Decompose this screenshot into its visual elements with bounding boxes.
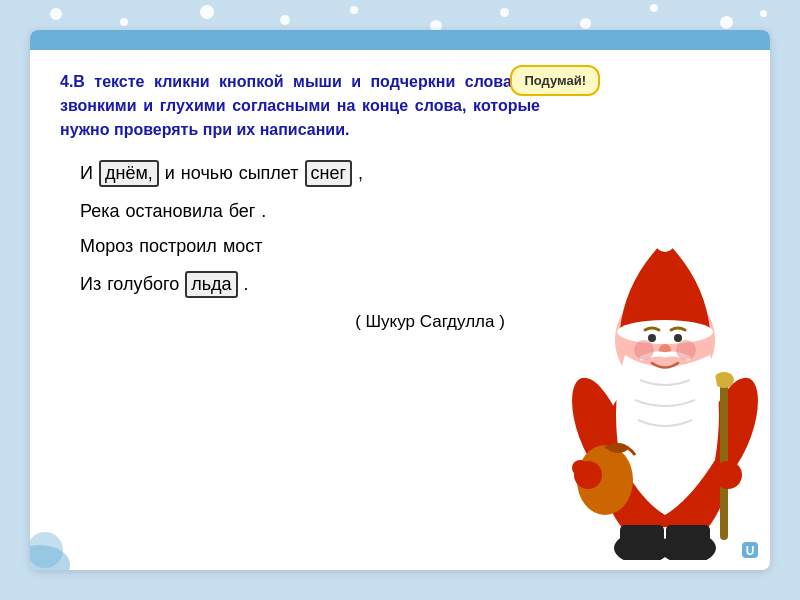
svg-rect-22 (666, 525, 710, 555)
svg-point-9 (617, 320, 713, 344)
word-dnyom[interactable]: днём, (99, 160, 159, 187)
word-most[interactable]: мост (223, 236, 263, 257)
word-iz[interactable]: Из (80, 274, 101, 295)
word-dot2: . (244, 274, 249, 295)
instruction-text: 4.В тексте кликни кнопкой мыши и подчерк… (60, 70, 540, 142)
svg-point-11 (648, 334, 656, 342)
svg-point-18 (714, 461, 742, 489)
santa-illustration (570, 180, 760, 560)
think-bubble: Подумай! (510, 65, 600, 96)
svg-rect-6 (720, 380, 728, 540)
word-comma1: , (358, 163, 363, 184)
top-bar (30, 30, 770, 50)
word-ostanovila[interactable]: остановила (126, 201, 223, 222)
word-golubogo[interactable]: голубого (107, 274, 179, 295)
svg-point-24 (676, 340, 696, 360)
bottom-left-snowdrift (30, 490, 90, 570)
word-beg[interactable]: бег (229, 201, 256, 222)
word-dot1: . (261, 201, 266, 222)
word-syplet[interactable]: сыплет (239, 163, 299, 184)
word-sneg[interactable]: снег (305, 160, 353, 187)
word-i[interactable]: И (80, 163, 93, 184)
bottom-right-icon: U (738, 538, 762, 562)
word-postroil[interactable]: построил (139, 236, 217, 257)
svg-point-10 (655, 232, 675, 252)
main-card: 4.В тексте кликни кнопкой мыши и подчерк… (30, 30, 770, 570)
svg-rect-21 (620, 525, 664, 555)
svg-point-15 (608, 443, 628, 453)
word-nochyu[interactable]: ночью (181, 163, 233, 184)
word-reka[interactable]: Река (80, 201, 120, 222)
svg-text:U: U (746, 544, 755, 558)
svg-point-12 (674, 334, 682, 342)
svg-point-23 (634, 340, 654, 360)
word-i2[interactable]: и (165, 163, 175, 184)
word-moroz[interactable]: Мороз (80, 236, 133, 257)
word-lda[interactable]: льда (185, 271, 237, 298)
svg-point-17 (572, 460, 588, 476)
